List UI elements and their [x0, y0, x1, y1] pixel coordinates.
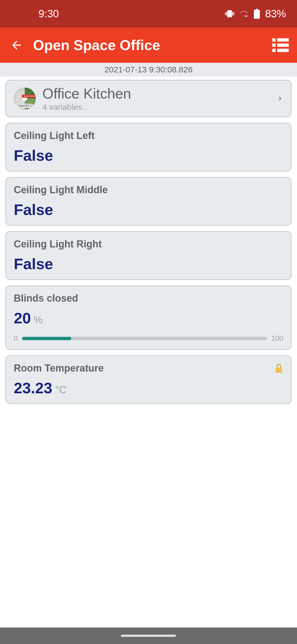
lock-icon [274, 363, 283, 373]
app-bar: Open Space Office [0, 28, 297, 63]
card-ceiling-middle[interactable]: Ceiling Light Middle False [6, 177, 292, 226]
battery-icon [254, 9, 260, 19]
page-title: Open Space Office [33, 37, 272, 53]
timestamp-bar: 2021-07-13 9:30:08.826 [0, 63, 297, 77]
nav-handle[interactable] [121, 635, 176, 637]
arrow-left-icon [10, 39, 23, 52]
back-button[interactable] [8, 37, 25, 53]
card-label: Blinds closed [14, 293, 283, 304]
vibrate-icon [225, 9, 234, 18]
svg-rect-1 [254, 10, 260, 19]
wifi-off-icon [239, 9, 249, 18]
summary-subtitle: 4 variables.. [42, 102, 277, 112]
card-value: 23.23 [14, 379, 52, 397]
card-ceiling-left[interactable]: Ceiling Light Left False [6, 123, 292, 171]
disc-icon: BECKHOFF TwinCAT 3 [14, 88, 36, 110]
summary-card[interactable]: BECKHOFF TwinCAT 3 Office Kitchen 4 vari… [6, 80, 292, 117]
card-label: Room Temperature [14, 362, 104, 374]
blinds-slider[interactable] [22, 337, 267, 340]
card-value: False [14, 255, 53, 273]
nav-bar [0, 627, 297, 644]
card-label: Ceiling Light Middle [14, 184, 283, 196]
summary-text: Office Kitchen 4 variables.. [42, 85, 277, 112]
svg-rect-2 [256, 9, 258, 10]
card-unit: °C [55, 384, 66, 395]
card-temperature[interactable]: Room Temperature 23.23 °C [6, 355, 292, 404]
content: BECKHOFF TwinCAT 3 Office Kitchen 4 vari… [0, 77, 297, 413]
chevron-right-icon [277, 95, 283, 102]
status-time: 9:30 [38, 8, 59, 20]
svg-rect-3 [276, 367, 282, 373]
card-ceiling-right[interactable]: Ceiling Light Right False [6, 231, 292, 280]
slider-fill [22, 337, 71, 340]
card-blinds[interactable]: Blinds closed 20 % 0 100 [6, 285, 292, 350]
summary-title: Office Kitchen [42, 85, 277, 102]
status-bar: 9:30 83% [0, 0, 297, 28]
slider-min: 0 [14, 334, 18, 343]
card-label: Ceiling Light Left [14, 130, 283, 141]
card-value: 20 [14, 309, 31, 327]
slider-max: 100 [271, 334, 283, 343]
card-value: False [14, 146, 53, 164]
slider-row: 0 100 [14, 334, 283, 343]
card-label: Ceiling Light Right [14, 238, 283, 250]
list-view-button[interactable] [272, 38, 289, 52]
status-battery-text: 83% [265, 8, 286, 20]
card-unit: % [34, 314, 43, 326]
card-value: False [14, 201, 53, 219]
status-right: 83% [225, 8, 286, 20]
